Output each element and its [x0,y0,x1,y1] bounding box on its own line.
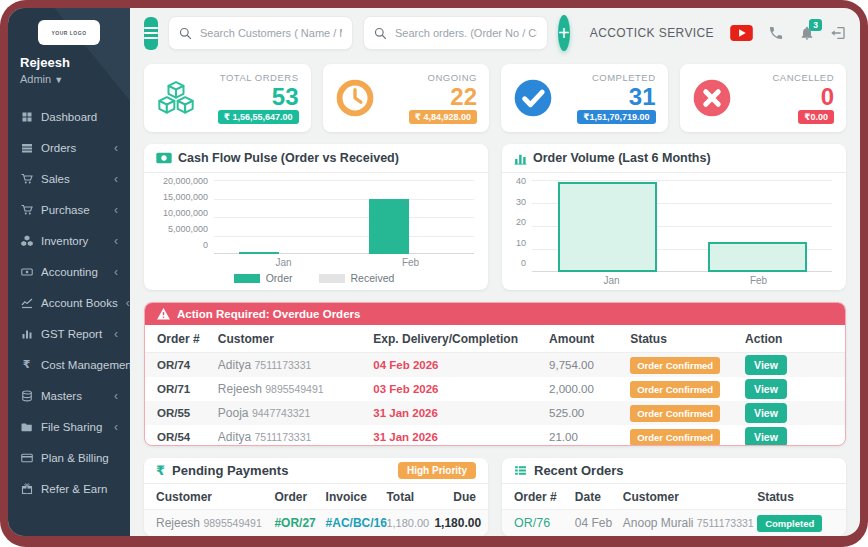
stat-amount-badge: ₹0.00 [798,110,834,124]
sidebar-item-sales[interactable]: Sales ‹ [8,163,130,194]
folder-icon [20,420,33,433]
logout-icon[interactable] [830,25,846,41]
y-axis: 20,000,00015,000,00010,000,0005,000,0000 [154,176,214,250]
table-row[interactable]: OR/55 Pooja 9447743321 31 Jan 2026 525.0… [145,401,845,425]
order-bar[interactable] [239,252,279,254]
sidebar-item-label: Sales [41,173,70,185]
volume-bar[interactable] [708,242,807,272]
due-date: 04 Feb 2026 [373,359,549,371]
sidebar-item-plan-billing[interactable]: Plan & Billing [8,442,130,473]
chevron-left-icon: ‹ [114,235,118,247]
sidebar-item-label: Purchase [41,204,90,216]
warning-icon [157,308,170,320]
table-row[interactable]: OR/54 Aditya 7511173331 31 Jan 2026 21.0… [145,425,845,446]
sidebar-item-masters[interactable]: Masters ‹ [8,380,130,411]
table-header-row: CustomerOrderInvoiceTotalDue [144,484,488,510]
sidebar-nav: Dashboard Orders ‹ Sales ‹ Purchase ‹ In… [8,91,130,504]
customer-phone: 9447743321 [252,407,310,419]
gift-icon [20,482,33,495]
sidebar-item-orders[interactable]: Orders ‹ [8,132,130,163]
bar-chart-icon [514,152,527,165]
stat-label: ONGOING [428,72,477,83]
table-row[interactable]: OR/76 04 Feb Anoop Murali 7511173331 Com… [502,510,846,536]
customer-name: Pooja [218,406,249,420]
phone-icon[interactable] [768,25,784,41]
company-logo[interactable]: YOUR LOGO [38,20,100,45]
dashboard-content: TOTAL ORDERS 53 ₹ 1,56,55,647.00 ONGOING… [130,58,860,536]
overdue-header: Action Required: Overdue Orders [145,303,845,325]
status-badge: Order Confirmed [630,429,720,446]
sidebar-item-account-books[interactable]: Account Books ‹ [8,287,130,318]
search-orders-input[interactable] [395,27,537,39]
sidebar-item-gst-report[interactable]: GST Report ‹ [8,318,130,349]
company-name: ACCOTICK SERVICE [590,26,714,40]
plot-area [214,180,474,254]
notifications-bell-icon[interactable]: 3 [799,25,815,41]
stat-card-completed[interactable]: COMPLETED 31 ₹1,51,70,719.00 [501,64,668,132]
table-row[interactable]: OR/74 Aditya 7511173331 04 Feb 2026 9,75… [145,353,845,377]
stat-card-ongoing[interactable]: ONGOING 22 ₹ 4,84,928.00 [323,64,490,132]
add-new-button[interactable]: + [558,15,570,51]
dashboard-icon [20,110,33,123]
sidebar-item-cost-management[interactable]: ₹ Cost Management ‹ [8,349,130,380]
stat-amount-badge: ₹ 4,84,928.00 [409,110,477,124]
order-link[interactable]: OR/76 [514,516,550,530]
sidebar-item-accounting[interactable]: Accounting ‹ [8,256,130,287]
sidebar-item-dashboard[interactable]: Dashboard [8,101,130,132]
order-date: 04 Feb [575,516,623,530]
chevron-left-icon: ‹ [114,173,118,185]
overdue-orders-panel: Action Required: Overdue Orders Order #C… [144,302,846,446]
rupee-icon: ₹ [20,358,33,371]
sidebar-item-purchase[interactable]: Purchase ‹ [8,194,130,225]
bar-chart-icon [20,327,33,340]
clock-icon [335,78,379,118]
view-button[interactable]: View [745,427,787,446]
status-badge: Completed [757,515,822,532]
youtube-icon[interactable] [730,25,753,41]
top-icons: 3 [730,25,846,41]
order-bar[interactable] [369,199,409,255]
search-icon [179,27,192,40]
bar-group-jan [214,180,344,254]
chart-title: Order Volume (Last 6 Months) [533,151,711,165]
legend-received[interactable]: Received [319,272,395,284]
stat-value: 31 [629,84,656,109]
order-link[interactable]: #OR/27 [274,516,315,530]
customer-phone: 9895549491 [265,383,323,395]
logo-text: YOUR LOGO [51,30,86,36]
sidebar-item-label: File Sharing [41,421,102,433]
view-button[interactable]: View [745,355,787,375]
table-row[interactable]: OR/71 Rejeesh 9895549491 03 Feb 2026 2,0… [145,377,845,401]
view-button[interactable]: View [745,403,787,423]
table-header-row: Order #DateCustomerStatus [502,484,846,510]
inventory-cubes-icon [20,234,33,247]
stat-amount-badge: ₹1,51,70,719.00 [577,110,655,124]
sidebar-item-refer-earn[interactable]: Refer & Earn [8,473,130,504]
main-area: + ACCOTICK SERVICE 3 [130,8,860,536]
volume-bar[interactable] [558,182,657,272]
table-header-row: Order #CustomerExp. Delivery/CompletionA… [145,325,845,353]
stat-label: CANCELLED [772,72,834,83]
database-icon [20,389,33,402]
sidebar-item-label: Cost Management [41,359,130,371]
sidebar-item-file-sharing[interactable]: File Sharing ‹ [8,411,130,442]
sidebar-item-label: Account Books [41,297,118,309]
view-button[interactable]: View [745,379,787,399]
sidebar-toggle-button[interactable] [144,17,158,50]
sales-cart-icon [20,172,33,185]
stat-card-total-orders[interactable]: TOTAL ORDERS 53 ₹ 1,56,55,647.00 [144,64,311,132]
stat-value: 0 [821,84,834,109]
line-chart-icon [20,296,33,309]
purchase-cart-icon [20,203,33,216]
user-role-dropdown[interactable]: Admin▼ [20,73,118,85]
due-date: 31 Jan 2026 [373,407,549,419]
orders-icon [20,141,33,154]
sidebar-item-inventory[interactable]: Inventory ‹ [8,225,130,256]
chevron-left-icon: ‹ [126,297,130,309]
legend-order[interactable]: Order [234,272,293,284]
sidebar-item-label: Plan & Billing [41,452,109,464]
table-row[interactable]: Rejeesh 9895549491 #OR/27 #AC/BC/16 1,18… [144,510,488,536]
search-customers-input[interactable] [200,27,342,39]
invoice-link[interactable]: #AC/BC/16 [326,516,387,530]
stat-card-cancelled[interactable]: CANCELLED 0 ₹0.00 [680,64,847,132]
